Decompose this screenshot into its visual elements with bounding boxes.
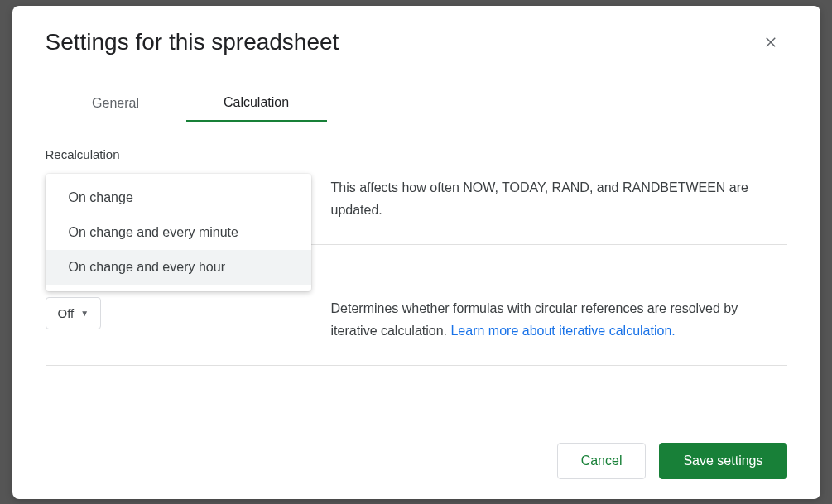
dropdown-option-on-change-every-hour[interactable]: On change and every hour (46, 250, 311, 285)
iterative-body: Off ▼ Determines whether formulas with c… (46, 297, 787, 342)
recalculation-label: Recalculation (46, 147, 787, 161)
dropdown-option-on-change[interactable]: On change (46, 180, 311, 215)
dialog-title: Settings for this spreadsheet (46, 29, 339, 55)
recalculation-control: On change On change and every minute On … (46, 176, 311, 221)
iterative-select-value: Off (58, 306, 75, 320)
tabs-bar: General Calculation (46, 85, 787, 122)
dialog-footer: Cancel Save settings (557, 443, 787, 479)
iterative-select[interactable]: Off ▼ (46, 297, 102, 329)
tab-general[interactable]: General (46, 85, 186, 122)
tab-calculation[interactable]: Calculation (186, 85, 327, 122)
caret-down-icon: ▼ (80, 309, 89, 318)
recalculation-description: This affects how often NOW, TODAY, RAND,… (331, 176, 787, 221)
iterative-control: Off ▼ (46, 297, 311, 342)
learn-more-link[interactable]: Learn more about iterative calculation. (450, 324, 675, 338)
close-button[interactable] (754, 26, 787, 59)
recalculation-dropdown: On change On change and every minute On … (46, 174, 311, 291)
cancel-button[interactable]: Cancel (557, 443, 647, 479)
settings-dialog: Settings for this spreadsheet General Ca… (12, 6, 820, 499)
iterative-description: Determines whether formulas with circula… (331, 297, 787, 342)
recalculation-section: Recalculation On change On change and ev… (46, 147, 787, 245)
recalculation-body: On change On change and every minute On … (46, 176, 787, 221)
close-icon (763, 35, 778, 50)
save-settings-button[interactable]: Save settings (659, 443, 786, 479)
dropdown-option-on-change-every-minute[interactable]: On change and every minute (46, 215, 311, 250)
dialog-header: Settings for this spreadsheet (46, 26, 787, 59)
